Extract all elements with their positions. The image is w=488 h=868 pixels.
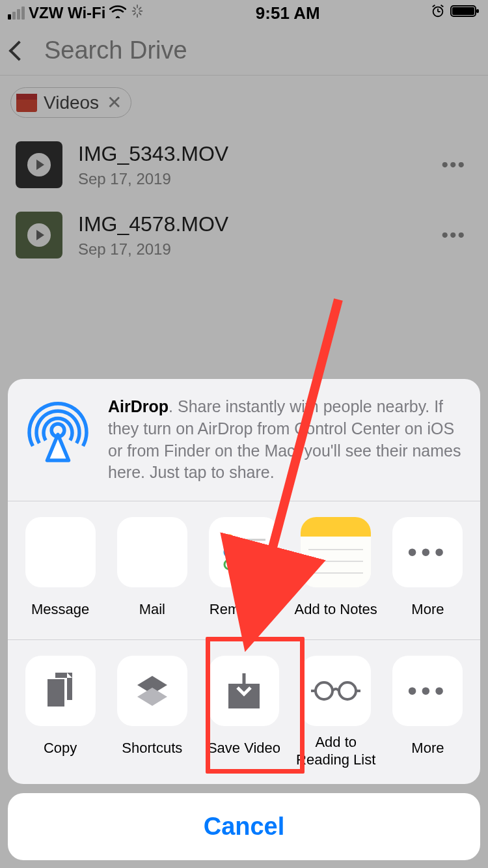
svg-line-11	[433, 5, 435, 7]
reminders-icon	[209, 517, 279, 587]
share-app-message[interactable]: Message	[14, 517, 106, 624]
filter-chip-videos[interactable]: Videos ✕	[10, 87, 131, 118]
alarm-icon	[431, 4, 445, 22]
action-more[interactable]: ••• More	[382, 656, 474, 768]
wifi-icon	[109, 4, 126, 22]
file-date: Sep 17, 2019	[78, 170, 435, 188]
messages-icon	[25, 517, 96, 587]
svg-rect-14	[452, 7, 474, 15]
svg-point-32	[339, 682, 356, 699]
cancel-button[interactable]: Cancel	[8, 793, 480, 860]
svg-rect-24	[301, 517, 371, 537]
share-apps-row: Message Mail Reminders Add to Notes	[8, 501, 480, 639]
svg-line-12	[441, 5, 444, 7]
svg-point-18	[224, 535, 234, 544]
svg-point-20	[224, 560, 234, 569]
shortcuts-icon	[117, 656, 187, 726]
svg-line-7	[139, 8, 141, 10]
file-date: Sep 17, 2019	[78, 240, 435, 259]
share-sheet: AirDrop. Share instantly with people nea…	[8, 379, 480, 860]
more-icon: •••	[392, 656, 463, 726]
video-folder-icon	[16, 94, 37, 112]
share-app-mail[interactable]: Mail	[106, 517, 198, 624]
svg-line-6	[134, 13, 136, 15]
battery-icon	[450, 4, 480, 22]
file-name: IMG_5343.MOV	[78, 142, 435, 166]
airdrop-section[interactable]: AirDrop. Share instantly with people nea…	[8, 379, 480, 501]
list-item[interactable]: IMG_5343.MOV Sep 17, 2019 •••	[0, 130, 488, 200]
reading-list-icon	[301, 656, 371, 726]
airdrop-description: AirDrop. Share instantly with people nea…	[108, 396, 466, 484]
close-icon[interactable]: ✕	[107, 92, 122, 113]
svg-line-5	[139, 13, 141, 15]
notes-icon	[301, 517, 371, 587]
nav-header: Search Drive	[0, 26, 488, 76]
play-icon	[27, 153, 51, 176]
mail-icon	[117, 517, 187, 587]
back-button[interactable]	[8, 40, 29, 61]
svg-line-4	[134, 8, 136, 10]
search-input[interactable]: Search Drive	[44, 36, 187, 64]
file-more-button[interactable]: •••	[435, 217, 472, 253]
list-item[interactable]: IMG_4578.MOV Sep 17, 2019 •••	[0, 200, 488, 270]
save-video-icon	[209, 656, 279, 726]
file-name: IMG_4578.MOV	[78, 212, 435, 236]
copy-icon	[25, 656, 96, 726]
action-save-video[interactable]: Save Video	[198, 656, 290, 768]
share-app-reminders[interactable]: Reminders	[198, 517, 290, 624]
filter-chip-label: Videos	[44, 92, 99, 113]
video-thumbnail	[16, 141, 62, 188]
svg-rect-17	[131, 538, 174, 567]
svg-point-19	[224, 548, 234, 557]
signal-bars-icon	[8, 7, 25, 20]
svg-rect-15	[476, 9, 479, 13]
share-app-more[interactable]: ••• More	[382, 517, 474, 624]
svg-point-31	[316, 682, 332, 699]
share-app-notes[interactable]: Add to Notes	[290, 517, 382, 624]
action-shortcuts[interactable]: Shortcuts	[106, 656, 198, 768]
share-actions-row: Copy Shortcuts Save Video Add to Reading…	[8, 640, 480, 784]
file-more-button[interactable]: •••	[435, 147, 472, 182]
action-reading-list[interactable]: Add to Reading List	[290, 656, 382, 768]
more-icon: •••	[392, 517, 463, 587]
video-thumbnail	[16, 212, 62, 259]
carrier-label: VZW Wi-Fi	[29, 4, 105, 22]
status-bar: VZW Wi-Fi 9:51 AM	[0, 0, 488, 26]
airdrop-icon	[22, 396, 94, 468]
action-copy[interactable]: Copy	[14, 656, 106, 768]
clock-label: 9:51 AM	[256, 3, 320, 23]
loading-spinner-icon	[130, 4, 144, 22]
play-icon	[27, 223, 51, 247]
